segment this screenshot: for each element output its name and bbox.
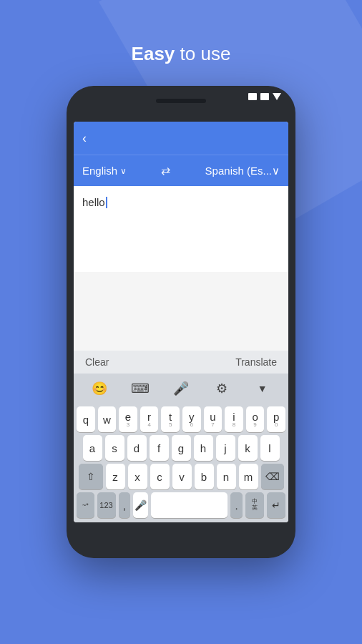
target-language-label: Spanish (Es... (205, 165, 272, 177)
settings-icon[interactable]: ⚙ (211, 378, 233, 399)
key-g[interactable]: g (172, 435, 191, 461)
swap-icon: ⇄ (161, 164, 170, 177)
status-bar (248, 93, 281, 100)
translate-button[interactable]: Translate (235, 356, 277, 368)
key-h[interactable]: h (194, 435, 213, 461)
comma-key[interactable]: , (119, 492, 131, 518)
key-w[interactable]: w (98, 406, 117, 432)
swap-languages-button[interactable]: ⇄ (127, 164, 205, 177)
key-e[interactable]: e3 (119, 406, 137, 432)
key-y[interactable]: y6 (182, 406, 201, 432)
translation-result-area (74, 272, 288, 351)
key-u[interactable]: u7 (204, 406, 222, 432)
source-language-chevron: ∨ (120, 166, 127, 176)
return-key[interactable]: ↵ (267, 492, 285, 518)
key-o[interactable]: o9 (246, 406, 265, 432)
wifi-icon (273, 93, 281, 100)
emoji-icon[interactable]: 😊 (89, 378, 110, 399)
key-rows: q w e3 r4 t5 y6 u7 i8 o9 p0 a s d f (74, 404, 288, 522)
keyboard-toolbar: Clear Translate (74, 351, 288, 374)
input-area[interactable]: hello (74, 186, 288, 272)
source-language-label: English (82, 165, 117, 177)
key-s[interactable]: s (105, 435, 124, 461)
key-r[interactable]: r4 (140, 406, 159, 432)
shift-key[interactable]: ⇧ (79, 464, 103, 489)
keyboard-icon-row: 😊 ⌨ 🎤 ⚙ ▼ (74, 374, 288, 404)
input-text: hello (82, 196, 105, 208)
phone-shell: ‹ English ∨ ⇄ Spanish (Es... ∨ hello (67, 86, 295, 558)
clear-button[interactable]: Clear (85, 356, 109, 368)
key-row-3: ⇧ z x c v b n m ⌫ (77, 464, 285, 489)
back-button[interactable]: ‹ (82, 131, 87, 146)
backspace-key[interactable]: ⌫ (261, 464, 284, 489)
space-key[interactable] (151, 492, 228, 518)
headline: Easy to use (132, 43, 231, 65)
key-q[interactable]: q (77, 406, 95, 432)
text-cursor (106, 197, 107, 208)
language-switch-key[interactable]: 中英 (245, 492, 264, 518)
key-row-2: a s d f g h j k l (77, 435, 285, 461)
key-a[interactable]: a (83, 435, 102, 461)
key-row-1: q w e3 r4 t5 y6 u7 i8 o9 p0 (77, 406, 285, 432)
key-row-4: ~* 123 , 🎤 . 中英 ↵ (77, 492, 285, 518)
mic-bottom-key[interactable]: 🎤 (133, 492, 148, 518)
microphone-icon[interactable]: 🎤 (170, 378, 192, 399)
special-chars-key[interactable]: ~* (77, 492, 94, 518)
language-bar: English ∨ ⇄ Spanish (Es... ∨ (74, 155, 288, 186)
battery-icon (248, 93, 257, 100)
number-key[interactable]: 123 (97, 492, 116, 518)
signal-icon (260, 93, 269, 100)
keyboard-icon[interactable]: ⌨ (129, 378, 151, 399)
key-k[interactable]: k (238, 435, 258, 461)
app-topbar: ‹ (74, 122, 288, 155)
key-c[interactable]: c (150, 464, 170, 489)
headline-suffix: to use (175, 43, 230, 64)
collapse-icon[interactable]: ▼ (252, 378, 273, 399)
target-language-chevron: ∨ (272, 165, 280, 177)
key-n[interactable]: n (217, 464, 236, 489)
key-x[interactable]: x (128, 464, 147, 489)
key-l[interactable]: l (260, 435, 280, 461)
period-key[interactable]: . (230, 492, 243, 518)
source-language-selector[interactable]: English ∨ (82, 165, 127, 177)
key-m[interactable]: m (239, 464, 258, 489)
keyboard: Clear Translate 😊 ⌨ 🎤 ⚙ ▼ q w e3 r4 t5 (74, 351, 288, 522)
headline-bold: Easy (132, 43, 175, 64)
key-b[interactable]: b (195, 464, 214, 489)
key-d[interactable]: d (127, 435, 147, 461)
key-f[interactable]: f (150, 435, 169, 461)
target-language-selector[interactable]: Spanish (Es... ∨ (205, 165, 280, 177)
key-v[interactable]: v (172, 464, 192, 489)
key-t[interactable]: t5 (161, 406, 180, 432)
key-z[interactable]: z (106, 464, 125, 489)
key-j[interactable]: j (216, 435, 235, 461)
key-i[interactable]: i8 (225, 406, 243, 432)
phone-speaker (156, 99, 206, 103)
phone-screen: ‹ English ∨ ⇄ Spanish (Es... ∨ hello (74, 122, 288, 522)
key-p[interactable]: p0 (267, 406, 285, 432)
